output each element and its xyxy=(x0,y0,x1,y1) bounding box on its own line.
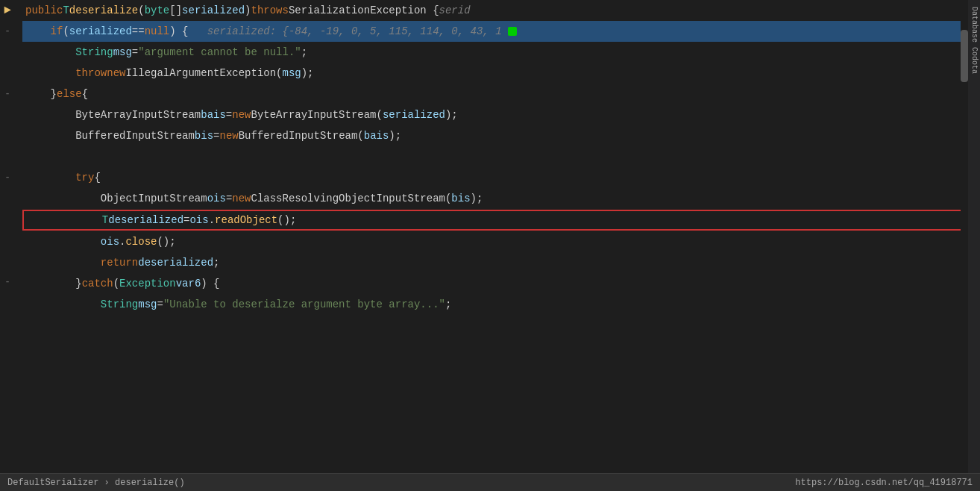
kw-new-10: new xyxy=(232,193,251,204)
paren-close-bis: ); xyxy=(389,130,401,142)
assign-10: = xyxy=(226,193,232,204)
indent-9 xyxy=(25,172,75,184)
sidebar-codota-label[interactable]: Codota xyxy=(970,45,979,76)
code-line-2: if ( serialized == null ) { serialized: … xyxy=(22,21,968,42)
indent-6 xyxy=(25,109,75,121)
brace-open-else: { xyxy=(82,88,88,100)
var-bais-7: bais xyxy=(364,130,389,142)
code-line-8 xyxy=(22,146,968,167)
kw-catch: catch xyxy=(82,278,113,290)
type-bis: BufferedInputStream xyxy=(75,130,195,142)
type-crois: ClassResolvingObjectInputStream xyxy=(251,193,445,204)
indent-13 xyxy=(25,257,101,269)
inline-hint-2: serialized: {-84, -19, 0, 5, 115, 114, 0… xyxy=(188,25,501,37)
code-area: ► ⁃ ⁃ ⁃ ⁃ public T de xyxy=(0,0,980,473)
semi-15: ; xyxy=(445,298,451,310)
code-line-1: public T deserialize ( byte [] serialize… xyxy=(22,0,968,21)
assign-7: = xyxy=(213,130,219,142)
code-line-3: String msg = "argument cannot be null." … xyxy=(22,42,968,63)
indent-15 xyxy=(25,298,101,310)
type-exception: SerializationException { xyxy=(289,4,439,16)
fold-icon-line9[interactable]: ⁃ xyxy=(5,167,10,188)
trailing-hint-1: serid xyxy=(439,4,471,16)
scrollbar-thumb[interactable] xyxy=(961,30,968,82)
green-indicator xyxy=(505,27,517,36)
paren-bais: ( xyxy=(377,109,383,121)
type-ois: ObjectInputStream xyxy=(101,193,207,204)
brace-try: { xyxy=(94,172,100,184)
kw-if: if xyxy=(51,25,63,37)
assign-3: = xyxy=(132,46,138,58)
var-bis-10: bis xyxy=(451,193,470,204)
type-string-15: String xyxy=(101,298,138,310)
assign-6: = xyxy=(226,109,232,121)
fold-icon-line5[interactable]: ⁃ xyxy=(5,84,10,104)
indent-4 xyxy=(25,67,75,79)
code-line-13: return deserialized ; xyxy=(22,252,968,273)
empty-line xyxy=(25,151,31,163)
breadcrumb: DefaultSerializer › deserialize() xyxy=(7,478,185,488)
indent-5 xyxy=(25,88,51,100)
code-line-9: try { xyxy=(22,167,968,188)
type-T-11: T xyxy=(102,214,108,226)
type-string-3: String xyxy=(75,46,113,58)
method-deserialize: deserialize xyxy=(69,4,138,16)
code-line-14: } catch ( Exception var6 ) { xyxy=(22,273,968,294)
kw-new-4: new xyxy=(107,67,125,79)
var-serialized-6: serialized xyxy=(383,109,445,121)
paren-if: ( xyxy=(63,25,69,37)
indent-14 xyxy=(25,278,75,290)
paren-close-iae: ); xyxy=(301,67,314,79)
code-line-12: ois . close (); xyxy=(22,231,968,252)
code-line-5: } else { xyxy=(22,84,968,104)
assign-11: = xyxy=(183,214,189,226)
right-sidebar: Database Codota xyxy=(968,0,980,473)
url-link[interactable]: https://blog.csdn.net/qq_41918771 xyxy=(795,478,973,488)
var-var6: var6 xyxy=(176,278,201,290)
gutter-icons: ► ⁃ ⁃ ⁃ ⁃ xyxy=(0,0,15,473)
indent-2 xyxy=(25,25,51,37)
kw-null: null xyxy=(145,25,170,37)
kw-throw: throw xyxy=(75,67,107,79)
paren2: ) xyxy=(245,4,251,16)
brace-catch: } xyxy=(75,278,81,290)
paren1: ( xyxy=(138,4,144,16)
code-line-6: ByteArrayInputStream bais = new ByteArra… xyxy=(22,104,968,125)
str-15: "Unable to deserialze argument byte arra… xyxy=(163,298,445,310)
type-byte: byte xyxy=(145,4,170,16)
debug-arrow-icon: ► xyxy=(4,0,11,21)
paren-catch: ( xyxy=(113,278,119,290)
indent-11 xyxy=(27,214,102,226)
param-serialized: serialized xyxy=(182,4,245,16)
type-bais2: ByteArrayInputStream xyxy=(251,109,376,121)
paren-close-catch: ) { xyxy=(201,278,219,290)
scrollbar-track xyxy=(961,0,968,455)
paren-close: ) { xyxy=(169,25,188,37)
code-line-4: throw new IllegalArgumentException ( msg… xyxy=(22,63,968,84)
kw-else: else xyxy=(57,88,82,100)
sidebar-database-label[interactable]: Database xyxy=(970,4,979,45)
paren-crois: ( xyxy=(445,193,451,204)
paren-iae: ( xyxy=(276,67,282,79)
indent-12 xyxy=(25,236,101,248)
dot-12: . xyxy=(119,236,125,248)
method-close: close xyxy=(125,236,157,248)
fold-icon-line2[interactable]: ⁃ xyxy=(5,21,10,42)
var-msg-4: msg xyxy=(283,67,301,79)
paren-close-bais: ); xyxy=(445,109,458,121)
var-msg-3: msg xyxy=(113,46,132,58)
kw-new-6: new xyxy=(232,109,251,121)
bracket: [] xyxy=(169,4,182,16)
code-line-11: T deserialized = ois . readObject (); xyxy=(22,210,968,231)
type-iae: IllegalArgumentException xyxy=(125,67,276,79)
type-exception-14: Exception xyxy=(119,278,176,290)
var-msg-15: msg xyxy=(138,298,157,310)
fold-icon-line14[interactable]: ⁃ xyxy=(5,272,10,293)
type-T: T xyxy=(63,4,69,16)
paren-ro: (); xyxy=(277,214,296,226)
type-bis2: BufferedInputStream xyxy=(239,130,358,142)
semi-3: ; xyxy=(301,46,307,58)
editor-container: ► ⁃ ⁃ ⁃ ⁃ public T de xyxy=(0,0,980,491)
code-lines: public T deserialize ( byte [] serialize… xyxy=(15,0,968,473)
var-bais: bais xyxy=(201,109,226,121)
